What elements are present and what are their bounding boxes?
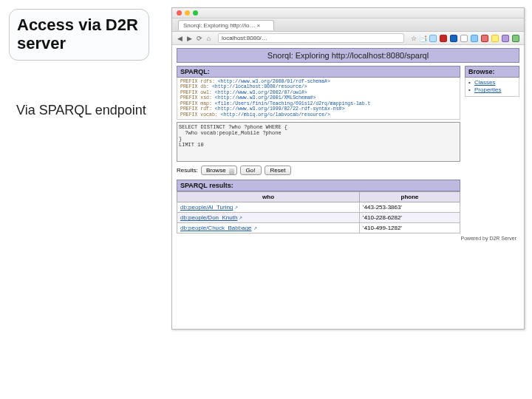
table-row: db:people/Al_Turing↗ '443-253-3863' (177, 202, 460, 213)
page-viewport: Snorql: Exploring http://localhost:8080/… (172, 45, 524, 329)
reset-button[interactable]: Reset (265, 166, 292, 175)
window-controls (172, 8, 524, 18)
browse-list: Classes Properties (465, 78, 519, 97)
prefix-block: PREFIX rdfs: <http://www.w3.org/2000/01/… (177, 78, 460, 120)
extension-icon[interactable] (440, 35, 447, 42)
extension-icon[interactable] (481, 35, 488, 42)
back-icon[interactable]: ◀ (177, 35, 183, 41)
tab-strip: Snorql: Exploring http://lo… × (172, 18, 524, 32)
extension-icon[interactable] (450, 35, 457, 42)
result-link[interactable]: db:people/Chuck_Babbage (180, 225, 252, 231)
home-icon[interactable]: ⌂ (205, 35, 212, 41)
cell-value: '443-253-3863' (360, 202, 460, 213)
slide-subtitle: Via SPARQL endpoint (16, 102, 146, 119)
browse-properties-link[interactable]: Properties (474, 86, 501, 93)
table-row: db:people/Don_Knuth↗ '410-228-6282' (177, 213, 460, 223)
extension-icon[interactable] (429, 35, 437, 42)
table-row: db:people/Chuck_Babbage↗ '410-499-1282' (177, 223, 460, 233)
extension-icon[interactable] (471, 35, 478, 42)
book-icon[interactable]: 📑 (420, 35, 426, 41)
browser-tab[interactable]: Snorql: Exploring http://lo… × (178, 20, 274, 30)
results-mode-select[interactable]: Browse (201, 166, 237, 175)
extension-icon[interactable] (502, 35, 509, 42)
column-header: who (177, 192, 360, 202)
browser-window: Snorql: Exploring http://lo… × ◀ ▶ ⟳ ⌂ l… (171, 7, 525, 330)
address-bar[interactable]: localhost:8080/… (218, 33, 404, 43)
browser-toolbar: ◀ ▶ ⟳ ⌂ localhost:8080/… ☆ 📑 (172, 32, 524, 45)
cell-value: '410-228-6282' (360, 213, 460, 223)
browse-section-header: Browse: (465, 66, 519, 78)
query-controls: Results: Browse Go! Reset (177, 166, 460, 175)
close-icon[interactable] (177, 10, 182, 16)
results-section-header: SPARQL results: (177, 180, 460, 191)
extension-icon[interactable] (512, 35, 519, 42)
result-link[interactable]: db:people/Don_Knuth (180, 214, 237, 221)
forward-icon[interactable]: ▶ (186, 35, 193, 41)
column-header: phone (360, 192, 460, 202)
page-title: Snorql: Exploring http://localhost:8080/… (177, 48, 519, 63)
external-link-icon[interactable]: ↗ (239, 216, 242, 220)
external-link-icon[interactable]: ↗ (253, 226, 257, 231)
extension-icon[interactable] (460, 35, 468, 42)
result-link[interactable]: db:people/Al_Turing (180, 204, 233, 211)
sparql-query-input[interactable] (177, 122, 460, 162)
slide-title: Access via D2R server (17, 16, 141, 53)
external-link-icon[interactable]: ↗ (234, 205, 238, 210)
maximize-icon[interactable] (193, 10, 198, 16)
browse-classes-link[interactable]: Classes (474, 79, 495, 86)
star-icon[interactable]: ☆ (410, 35, 417, 41)
results-label: Results: (177, 167, 198, 174)
slide-title-box: Access via D2R server (9, 9, 149, 61)
minimize-icon[interactable] (185, 10, 190, 16)
footer-note: Powered by D2R Server (172, 233, 524, 243)
cell-value: '410-499-1282' (360, 223, 460, 233)
extension-icon[interactable] (491, 35, 499, 42)
go-button[interactable]: Go! (240, 166, 262, 175)
reload-icon[interactable]: ⟳ (196, 35, 202, 41)
results-table: who phone db:people/Al_Turing↗ '443-253-… (177, 191, 460, 233)
sparql-section-header: SPARQL: (177, 66, 460, 78)
